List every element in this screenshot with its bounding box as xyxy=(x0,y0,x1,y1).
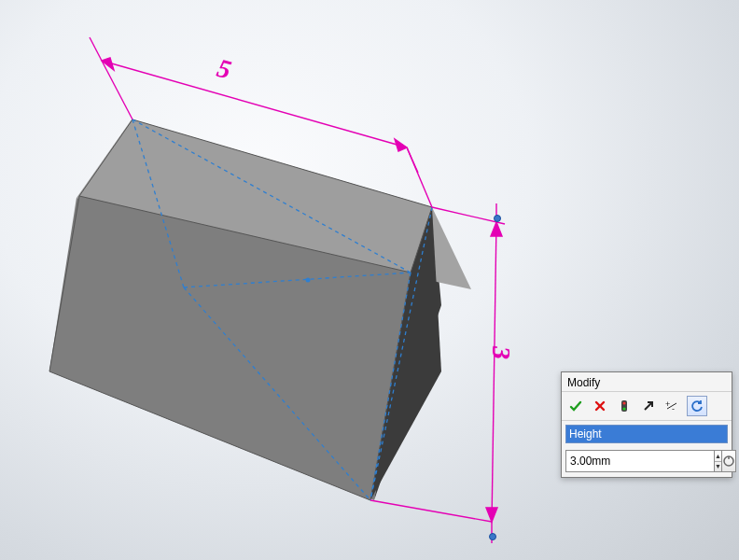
dimension-handle[interactable] xyxy=(494,215,501,222)
svg-point-30 xyxy=(622,407,625,410)
svg-marker-23 xyxy=(486,508,497,522)
svg-line-31 xyxy=(645,403,651,410)
traffic-light-icon xyxy=(618,399,631,413)
arrow-up-right-icon xyxy=(642,399,655,413)
cancel-button[interactable] xyxy=(590,396,610,416)
svg-point-11 xyxy=(306,278,311,283)
dimension-value-input[interactable] xyxy=(565,450,715,472)
svg-marker-22 xyxy=(491,222,502,236)
spin-up-icon[interactable]: ▲ xyxy=(715,451,721,461)
dimension-name-input[interactable] xyxy=(565,425,728,443)
svg-line-20 xyxy=(370,500,492,522)
modify-dialog: Modify + - xyxy=(561,371,732,478)
value-spinner[interactable]: ▲ ▼ xyxy=(715,450,722,472)
check-icon xyxy=(569,399,582,413)
half-spin-button[interactable]: + - xyxy=(662,396,683,416)
modify-toolbar: + - xyxy=(562,391,732,421)
plus-minus-icon: + - xyxy=(665,399,680,413)
dimension-handle[interactable] xyxy=(489,533,496,540)
reverse-direction-button[interactable] xyxy=(638,396,659,416)
svg-point-29 xyxy=(622,401,625,404)
dimension-height-label[interactable]: 3 xyxy=(486,346,516,359)
ok-button[interactable] xyxy=(565,396,586,416)
rebuild-button[interactable] xyxy=(614,396,634,416)
cad-viewport[interactable]: 5 3 Modify + - xyxy=(0,0,739,560)
x-icon xyxy=(593,399,607,413)
svg-line-12 xyxy=(102,61,132,119)
svg-line-16 xyxy=(407,147,418,173)
spin-down-icon[interactable]: ▼ xyxy=(715,461,721,472)
thumbwheel-icon xyxy=(722,455,735,468)
svg-line-15 xyxy=(90,37,102,61)
modify-dialog-title: Modify xyxy=(562,372,732,391)
svg-marker-18 xyxy=(395,139,407,151)
mark-dimension-button[interactable] xyxy=(687,396,707,416)
svg-line-21 xyxy=(492,222,496,522)
thumbwheel-button[interactable] xyxy=(722,450,736,472)
refresh-icon xyxy=(690,399,704,413)
